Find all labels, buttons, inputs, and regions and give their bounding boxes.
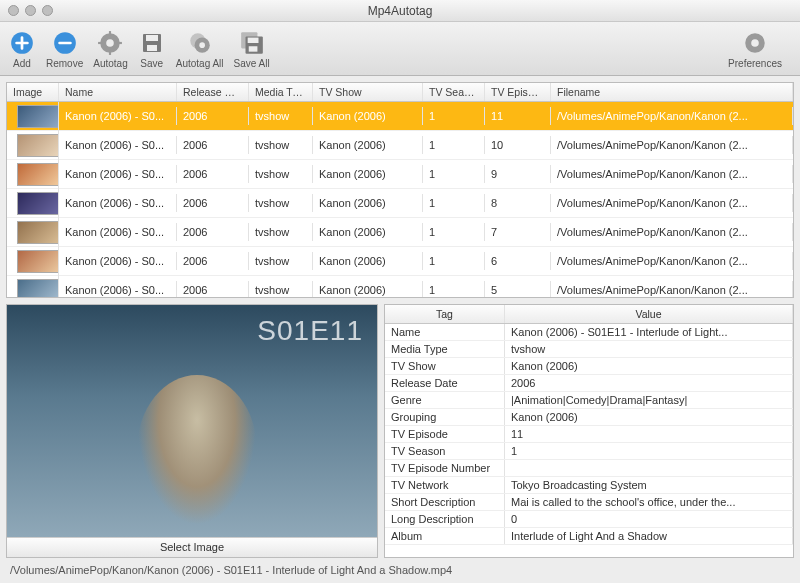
save-button[interactable]: Save [138,29,166,69]
tag-name: Name [385,324,505,340]
col-tv-season[interactable]: TV Season [423,83,485,101]
tag-value[interactable]: 2006 [505,375,793,391]
tag-value[interactable]: 1 [505,443,793,459]
tag-value[interactable]: Interlude of Light And a Shadow [505,528,793,544]
minimize-window-icon[interactable] [25,5,36,16]
cell-image [7,160,59,189]
cell-media-type: tvshow [249,107,313,125]
file-table: Image Name Release Date Media Type TV Sh… [6,82,794,298]
col-tv-episode[interactable]: TV Episode [485,83,551,101]
cell-name: Kanon (2006) - S0... [59,281,177,297]
save-label: Save [140,58,163,69]
tag-value[interactable] [505,460,793,476]
tag-value[interactable]: 11 [505,426,793,442]
minus-circle-icon [51,29,79,57]
cell-show: Kanon (2006) [313,252,423,270]
cell-show: Kanon (2006) [313,107,423,125]
table-row[interactable]: Kanon (2006) - S0...2006tvshowKanon (200… [7,218,793,247]
tag-value[interactable]: tvshow [505,341,793,357]
table-row[interactable]: Kanon (2006) - S0...2006tvshowKanon (200… [7,247,793,276]
save-all-button[interactable]: Save All [234,29,270,69]
table-row[interactable]: Kanon (2006) - S0...2006tvshowKanon (200… [7,131,793,160]
cell-media-type: tvshow [249,194,313,212]
tag-row[interactable]: GroupingKanon (2006) [385,409,793,426]
svg-rect-7 [118,41,122,43]
select-image-button[interactable]: Select Image [7,537,377,557]
cell-release: 2006 [177,194,249,212]
cell-image [7,102,59,131]
tag-row[interactable]: TV Episode Number [385,460,793,477]
col-release-date[interactable]: Release Date [177,83,249,101]
thumbnail [17,105,59,128]
zoom-window-icon[interactable] [42,5,53,16]
autotag-all-button[interactable]: Autotag All [176,29,224,69]
svg-rect-17 [248,46,257,51]
tag-body[interactable]: NameKanon (2006) - S01E11 - Interlude of… [385,324,793,557]
thumbnail [17,279,59,298]
cell-release: 2006 [177,252,249,270]
cell-filename: /Volumes/AnimePop/Kanon/Kanon (2... [551,107,793,125]
tag-value[interactable]: Kanon (2006) [505,358,793,374]
autotag-button[interactable]: Autotag [93,29,127,69]
col-tag[interactable]: Tag [385,305,505,323]
tag-value[interactable]: |Animation|Comedy|Drama|Fantasy| [505,392,793,408]
remove-button[interactable]: Remove [46,29,83,69]
add-button[interactable]: Add [8,29,36,69]
tag-row[interactable]: TV Episode11 [385,426,793,443]
gear-icon [96,29,124,57]
tag-row[interactable]: Release Date2006 [385,375,793,392]
preferences-gear-icon [741,29,769,57]
cell-media-type: tvshow [249,252,313,270]
tag-row[interactable]: Media Typetvshow [385,341,793,358]
table-row[interactable]: Kanon (2006) - S0...2006tvshowKanon (200… [7,160,793,189]
tag-row[interactable]: Short DescriptionMai is called to the sc… [385,494,793,511]
tag-row[interactable]: NameKanon (2006) - S01E11 - Interlude of… [385,324,793,341]
cell-season: 1 [423,223,485,241]
tag-row[interactable]: AlbumInterlude of Light And a Shadow [385,528,793,545]
table-row[interactable]: Kanon (2006) - S0...2006tvshowKanon (200… [7,189,793,218]
col-name[interactable]: Name [59,83,177,101]
cell-image [7,131,59,160]
tag-value[interactable]: Mai is called to the school's office, un… [505,494,793,510]
preview-image[interactable]: S01E11 [7,305,377,537]
cell-name: Kanon (2006) - S0... [59,165,177,183]
thumbnail [17,221,59,244]
table-row[interactable]: Kanon (2006) - S0...2006tvshowKanon (200… [7,102,793,131]
cell-episode: 6 [485,252,551,270]
tag-value[interactable]: Kanon (2006) - S01E11 - Interlude of Lig… [505,324,793,340]
cell-image [7,218,59,247]
cell-image [7,189,59,218]
tag-name: Genre [385,392,505,408]
cell-filename: /Volumes/AnimePop/Kanon/Kanon (2... [551,165,793,183]
tag-value[interactable]: Kanon (2006) [505,409,793,425]
tag-row[interactable]: TV ShowKanon (2006) [385,358,793,375]
svg-point-19 [751,39,759,47]
close-window-icon[interactable] [8,5,19,16]
table-body[interactable]: Kanon (2006) - S0...2006tvshowKanon (200… [7,102,793,297]
cell-image [7,276,59,298]
cell-filename: /Volumes/AnimePop/Kanon/Kanon (2... [551,136,793,154]
tag-row[interactable]: Long Description0 [385,511,793,528]
tag-row[interactable]: Genre|Animation|Comedy|Drama|Fantasy| [385,392,793,409]
cell-show: Kanon (2006) [313,194,423,212]
tag-row[interactable]: TV Season1 [385,443,793,460]
col-media-type[interactable]: Media Type [249,83,313,101]
col-image[interactable]: Image [7,83,59,101]
thumbnail [17,134,59,157]
tag-value[interactable]: Tokyo Broadcasting System [505,477,793,493]
bottom-panes: S01E11 Select Image Tag Value NameKanon … [6,304,794,558]
tag-row[interactable]: TV NetworkTokyo Broadcasting System [385,477,793,494]
toolbar: Add Remove Autotag Save Autotag All Save… [0,22,800,76]
col-filename[interactable]: Filename [551,83,793,101]
tag-value[interactable]: 0 [505,511,793,527]
table-row[interactable]: Kanon (2006) - S0...2006tvshowKanon (200… [7,276,793,297]
tag-pane: Tag Value NameKanon (2006) - S01E11 - In… [384,304,794,558]
col-tv-show[interactable]: TV Show [313,83,423,101]
remove-label: Remove [46,58,83,69]
cell-name: Kanon (2006) - S0... [59,107,177,125]
preferences-button[interactable]: Preferences [728,29,782,69]
col-value[interactable]: Value [505,305,793,323]
cell-filename: /Volumes/AnimePop/Kanon/Kanon (2... [551,223,793,241]
thumbnail [17,192,59,215]
cell-release: 2006 [177,165,249,183]
